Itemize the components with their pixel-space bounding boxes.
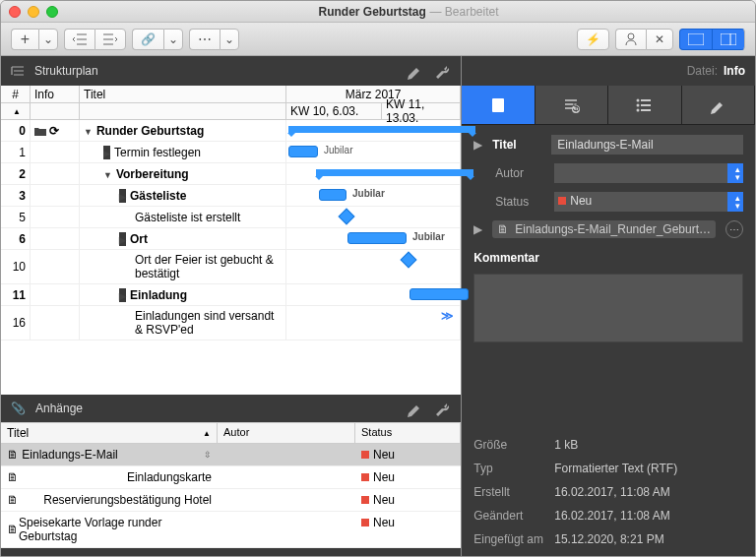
attachment-row[interactable]: 🗎 Speisekarte Vorlage runder Geburtstag … [1,512,461,548]
task-row[interactable]: 16 Einladungen sind versandt & RSVP'ed ≫ [1,306,461,340]
folder-icon [34,126,46,136]
link-button[interactable]: 🔗 [132,29,163,50]
close-icon[interactable] [9,6,21,18]
user-button[interactable] [615,29,646,50]
tab-list[interactable] [608,86,681,124]
col-author[interactable]: Autor [218,423,355,443]
doc-icon: 🗎 [497,222,509,236]
col-status[interactable]: Status [355,423,461,443]
col-number[interactable]: # [1,86,31,102]
attachment-row[interactable]: 🗎 Reservierungsbestätigung Hotel Neu [1,489,461,512]
value-type: Formatierter Text (RTF) [554,462,677,475]
structure-plan-label: Strukturplan [34,64,98,78]
file-node[interactable]: 🗎Einladungs-E-Mail_Runder_Geburt… [492,220,716,238]
svg-point-7 [636,98,639,101]
task-row[interactable]: 11 Einladung [1,284,461,306]
view-primary-button[interactable] [679,29,712,50]
paint-icon[interactable] [406,400,423,417]
col-title[interactable]: Titel [80,86,286,102]
svg-rect-1 [688,33,704,45]
tab-edit[interactable] [682,86,755,124]
minimize-icon[interactable] [28,6,39,18]
tab-info[interactable] [462,86,535,124]
window-title: Runder Geburtstag — Bearbeitet [70,4,747,19]
task-row[interactable]: 0 ⟳ Runder Geburtstag [1,120,461,142]
action-button[interactable]: ⚡ [577,29,609,50]
title-bar: Runder Geburtstag — Bearbeitet [1,1,755,23]
svg-text:$: $ [573,100,580,114]
field-label-title: Titel [492,138,541,152]
inspector-tabs: $ [462,86,755,125]
indent-button[interactable] [94,29,126,50]
structure-plan-header: Strukturplan [1,56,461,86]
label-created: Erstellt [473,485,544,499]
value-inserted: 15.12.2020, 8:21 PM [554,532,663,546]
file-details: Größe1 kB TypFormatierter Text (RTF) Ers… [462,428,755,556]
task-row[interactable]: 6 Ort Jubilar [1,228,461,250]
field-label-status: Status [495,195,544,209]
label-type: Typ [473,462,544,475]
value-created: 16.02.2017, 11:08 AM [554,485,669,499]
label-size: Größe [473,438,544,452]
week-11: KW 11, 13.03. [382,103,461,119]
svg-rect-2 [721,33,736,45]
more-button dots-icon[interactable] [189,29,220,50]
paperclip-icon: 📎 [11,402,26,415]
field-label-author: Autor [495,166,544,180]
outdent-button[interactable] [64,29,94,50]
file-more-icon[interactable]: ⋯ [725,220,743,238]
attachment-row[interactable]: 🗎 Einladungs-E-Mail⇳ Neu [1,444,461,466]
author-select[interactable]: ▴▾ [554,163,743,183]
sort-indicator[interactable] [1,103,31,119]
svg-point-9 [636,108,639,111]
inspector-breadcrumb: Datei: Info [462,56,755,86]
attachments-header: 📎 Anhänge [1,395,461,422]
doc-icon: 🗎 [7,523,19,536]
inspector-pane: Datei: Info $ ▶ Titel Autor ▴▾ [462,56,755,556]
col-title[interactable]: Titel▲ [1,423,218,443]
attachment-row[interactable]: 🗎 Einladungskarte Neu [1,466,461,489]
add-dropdown[interactable]: ⌄ [38,29,58,50]
col-info[interactable]: Info [31,86,80,102]
link-dropdown[interactable]: ⌄ [163,29,183,50]
value-modified: 16.02.2017, 11:08 AM [554,509,669,523]
paint-icon[interactable] [406,62,423,80]
more-dropdown[interactable]: ⌄ [220,29,239,50]
task-row[interactable]: 5 Gästeliste ist erstellt [1,207,461,228]
row-menu-icon[interactable]: ⇳ [204,450,212,460]
comment-box[interactable] [473,274,743,342]
comment-label: Kommentar [473,251,743,265]
left-pane: Strukturplan # Info Titel März 2017 KW 1… [1,56,462,556]
attachments-label: Anhänge [35,402,83,415]
task-row[interactable]: 1 Termin festlegen Jubilar [1,142,461,163]
tools-button[interactable]: ✕ [646,29,673,50]
tab-cost[interactable]: $ [536,86,608,124]
view-split-button[interactable] [712,29,745,50]
scroll-right-icon[interactable]: ≫ [441,309,454,323]
doc-icon: 🗎 [7,470,19,484]
title-input[interactable] [551,135,743,155]
wrench-icon[interactable] [433,400,451,417]
task-row[interactable]: 10 Ort der Feier ist gebucht & bestätigt [1,250,461,284]
svg-rect-4 [492,98,504,112]
task-grid: # Info Titel März 2017 KW 10, 6.03. KW 1… [1,86,461,395]
week-10: KW 10, 6.03. [286,103,382,119]
task-row[interactable]: 2 Vorbereitung [1,163,461,185]
traffic-lights [9,6,58,18]
add-button[interactable]: + [11,29,38,50]
task-row[interactable]: 3 Gästeliste Jubilar [1,185,461,207]
outline-icon [11,64,25,78]
maximize-icon[interactable] [46,6,58,18]
toolbar: + ⌄ 🔗 ⌄ ⌄ ⚡ ✕ [1,23,755,56]
status-select[interactable]: Neu▴▾ [554,192,743,212]
doc-icon: 🗎 [7,448,19,462]
label-modified: Geändert [473,509,544,523]
doc-icon: 🗎 [7,493,19,507]
label-inserted: Eingefügt am [473,532,544,546]
wrench-icon[interactable] [433,62,451,80]
expand-icon[interactable]: ▶ [473,222,482,236]
value-size: 1 kB [554,438,578,452]
attachments-table: Titel▲ Autor Status 🗎 Einladungs-E-Mail⇳… [1,422,461,548]
cycle-icon: ⟳ [49,124,59,138]
svg-point-0 [628,33,634,39]
